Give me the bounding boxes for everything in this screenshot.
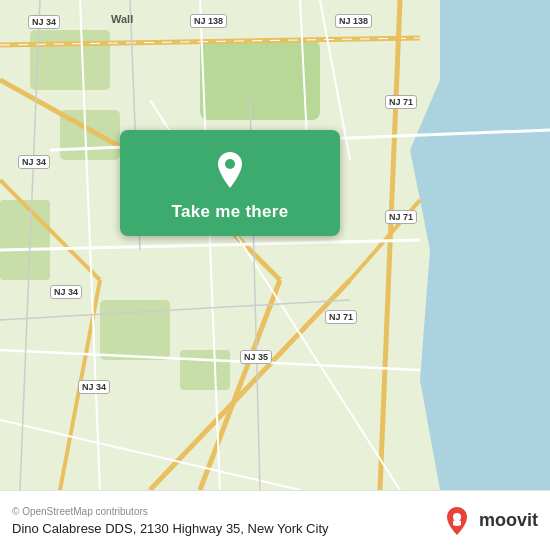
svg-point-5 bbox=[442, 415, 498, 445]
svg-point-2 bbox=[440, 95, 520, 145]
svg-rect-11 bbox=[180, 350, 230, 390]
road-label-nj71-1: NJ 71 bbox=[385, 95, 417, 109]
road-label-nj34-3: NJ 34 bbox=[50, 285, 82, 299]
road-label-nj71-3: NJ 71 bbox=[325, 310, 357, 324]
wall-label: Wall bbox=[108, 12, 136, 26]
svg-rect-10 bbox=[100, 300, 170, 360]
map-container: NJ 34 NJ 34 NJ 34 NJ 34 NJ 138 NJ 138 NJ… bbox=[0, 0, 550, 490]
cta-overlay[interactable]: Take me there bbox=[120, 130, 340, 236]
location-pin-icon bbox=[208, 148, 252, 192]
road-label-nj34-2: NJ 34 bbox=[18, 155, 50, 169]
bottom-left: © OpenStreetMap contributors Dino Calabr… bbox=[12, 506, 329, 536]
road-label-nj71-2: NJ 71 bbox=[385, 210, 417, 224]
svg-point-36 bbox=[453, 513, 461, 521]
road-label-nj138-1: NJ 138 bbox=[190, 14, 227, 28]
moovit-text: moovit bbox=[479, 510, 538, 531]
road-label-nj35: NJ 35 bbox=[240, 350, 272, 364]
svg-point-35 bbox=[225, 159, 235, 169]
svg-point-3 bbox=[470, 180, 530, 220]
moovit-icon bbox=[441, 505, 473, 537]
svg-point-4 bbox=[455, 302, 525, 338]
road-label-nj34-4: NJ 34 bbox=[78, 380, 110, 394]
road-label-nj34: NJ 34 bbox=[28, 15, 60, 29]
take-me-there-button[interactable]: Take me there bbox=[172, 202, 289, 222]
address-text: Dino Calabrese DDS, 2130 Highway 35, New… bbox=[12, 521, 329, 536]
bottom-bar: © OpenStreetMap contributors Dino Calabr… bbox=[0, 490, 550, 550]
moovit-logo: moovit bbox=[441, 505, 538, 537]
svg-rect-6 bbox=[30, 30, 110, 90]
copyright-text: © OpenStreetMap contributors bbox=[12, 506, 329, 517]
svg-rect-9 bbox=[0, 200, 50, 280]
road-label-nj138-2: NJ 138 bbox=[335, 14, 372, 28]
